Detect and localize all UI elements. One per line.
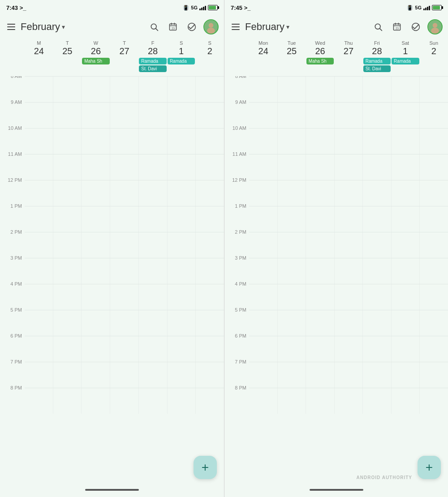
grid-row-left[interactable]	[25, 232, 224, 258]
grid-row-right[interactable]	[249, 336, 448, 362]
time-2pm-left: 2 PM	[0, 229, 25, 255]
grid-row-left[interactable]	[25, 388, 224, 414]
event-cell-4-left[interactable]: Ramada St. Davi	[138, 57, 167, 76]
tasks-button-left[interactable]	[185, 20, 199, 34]
day-col-sat-left[interactable]: S 1	[167, 39, 196, 57]
grid-row-left[interactable]	[25, 284, 224, 310]
grid-row-left[interactable]	[25, 76, 224, 102]
event-cell-2-left[interactable]: Maha Sh	[82, 57, 110, 76]
grid-row-left[interactable]	[25, 258, 224, 284]
event-maha-left[interactable]: Maha Sh	[82, 58, 110, 64]
search-button-left[interactable]	[147, 20, 161, 34]
nav-pill-left	[85, 489, 139, 491]
event-cell-1-right	[277, 57, 306, 76]
menu-button-left[interactable]	[5, 21, 18, 33]
grid-row-right[interactable]	[249, 310, 448, 336]
grid-row-right[interactable]	[249, 258, 448, 284]
grid-row-right[interactable]	[249, 362, 448, 388]
events-row-right: Maha Sh Ramada St. Davi Ramada	[224, 57, 448, 76]
day-col-wed-left[interactable]: W 26	[82, 39, 110, 57]
avatar-right[interactable]	[427, 19, 443, 34]
day-col-sun-left[interactable]: S 2	[195, 39, 224, 57]
network-label-left: 5G	[191, 5, 198, 10]
month-dropdown-right[interactable]: ▾	[286, 23, 289, 30]
grid-row-right[interactable]	[249, 232, 448, 258]
event-ramada-fri-right[interactable]: Ramada	[363, 58, 391, 64]
day-col-mon-right[interactable]: Mon 24	[249, 39, 277, 57]
grid-row-left[interactable]	[25, 310, 224, 336]
time-8am-right: 8 AM	[224, 76, 249, 99]
day-col-wed-right[interactable]: Wed 26	[306, 39, 334, 57]
event-cell-5-right[interactable]: Ramada	[391, 57, 419, 76]
tasks-button-right[interactable]	[409, 20, 423, 34]
avatar-left[interactable]	[203, 19, 219, 34]
day-col-thu-right[interactable]: Thu 27	[334, 39, 362, 57]
right-phone-panel: 7:45 >_ 📳 5G February ▾	[224, 0, 448, 497]
left-phone-panel: 7:43 >_ 📳 5G February ▾	[0, 0, 224, 497]
menu-button-right[interactable]	[230, 21, 242, 33]
day-col-sun-right[interactable]: Sun 2	[420, 39, 448, 57]
status-icons-left: 📳 5G	[183, 5, 218, 11]
time-9am-right: 9 AM	[224, 99, 249, 125]
fab-left[interactable]: +	[194, 456, 217, 479]
grid-row-left[interactable]	[25, 128, 224, 154]
month-title-left[interactable]: February ▾	[21, 21, 144, 33]
event-ramada-sat-right[interactable]: Ramada	[392, 58, 419, 64]
time-1pm-right: 1 PM	[224, 203, 249, 229]
grid-row-right[interactable]	[249, 206, 448, 232]
fab-right[interactable]: +	[418, 456, 441, 479]
day-col-tue-right[interactable]: Tue 25	[277, 39, 306, 57]
grid-row-left[interactable]	[25, 206, 224, 232]
status-icons-right: 📳 5G	[407, 5, 442, 11]
event-ramada-fri-left[interactable]: Ramada	[139, 58, 167, 64]
day-col-mon-left[interactable]: M 24	[25, 39, 53, 57]
event-stdavid-left[interactable]: St. Davi	[139, 65, 167, 72]
event-stdavid-right[interactable]: St. Davi	[363, 65, 391, 72]
time-8pm-left: 8 PM	[0, 385, 25, 411]
time-8pm-right: 8 PM	[224, 385, 249, 411]
event-cell-4-right[interactable]: Ramada St. Davi	[363, 57, 391, 76]
grid-row-right[interactable]	[249, 388, 448, 414]
day-col-fri-left[interactable]: F 28	[138, 39, 167, 57]
day-col-sat-right[interactable]: Sat 1	[391, 39, 419, 57]
search-button-right[interactable]	[371, 20, 385, 34]
time-11am-left: 11 AM	[0, 151, 25, 177]
grid-row-left[interactable]	[25, 336, 224, 362]
grid-row-left[interactable]	[25, 102, 224, 128]
calendar-button-left[interactable]: 23	[166, 20, 180, 34]
grid-row-left[interactable]	[25, 362, 224, 388]
event-cell-5-left[interactable]: Ramada	[167, 57, 196, 76]
vibrate-icon-right: 📳	[407, 5, 413, 11]
day-col-tue-left[interactable]: T 25	[53, 39, 82, 57]
watermark: ANDROID AUTHORITY	[357, 475, 412, 480]
grid-row-right[interactable]	[249, 180, 448, 206]
time-7pm-left: 7 PM	[0, 359, 25, 385]
grid-row-left[interactable]	[25, 180, 224, 206]
grid-row-right[interactable]	[249, 76, 448, 102]
event-cell-3-left	[110, 57, 139, 76]
month-title-right[interactable]: February ▾	[245, 21, 368, 33]
grid-row-right[interactable]	[249, 128, 448, 154]
month-dropdown-left[interactable]: ▾	[62, 23, 65, 30]
header-actions-right: 23	[371, 19, 443, 34]
grid-row-right[interactable]	[249, 154, 448, 180]
event-cell-1-left	[53, 57, 82, 76]
time-4pm-left: 4 PM	[0, 281, 25, 307]
day-header-row-left: M 24 T 25 W 26 T 27 F 28 S 1 S 2	[0, 39, 224, 57]
day-col-fri-right[interactable]: Fri 28	[363, 39, 391, 57]
grid-row-left[interactable]	[25, 154, 224, 180]
time-4pm-right: 4 PM	[224, 281, 249, 307]
grid-row-right[interactable]	[249, 284, 448, 310]
status-bar-left: 7:43 >_ 📳 5G	[0, 0, 224, 14]
status-time-right: 7:45 >_	[231, 4, 250, 11]
event-cell-2-right[interactable]: Maha Sh	[306, 57, 334, 76]
svg-point-9	[209, 23, 214, 28]
grid-row-right[interactable]	[249, 102, 448, 128]
event-ramada-sat-left[interactable]: Ramada	[168, 58, 195, 64]
vibrate-icon: 📳	[183, 5, 189, 11]
app-header-right: February ▾ 23	[224, 14, 448, 39]
month-label-right: February	[245, 21, 284, 33]
day-col-thu-left[interactable]: T 27	[110, 39, 139, 57]
event-maha-right[interactable]: Maha Sh	[306, 58, 334, 64]
calendar-button-right[interactable]: 23	[390, 20, 404, 34]
